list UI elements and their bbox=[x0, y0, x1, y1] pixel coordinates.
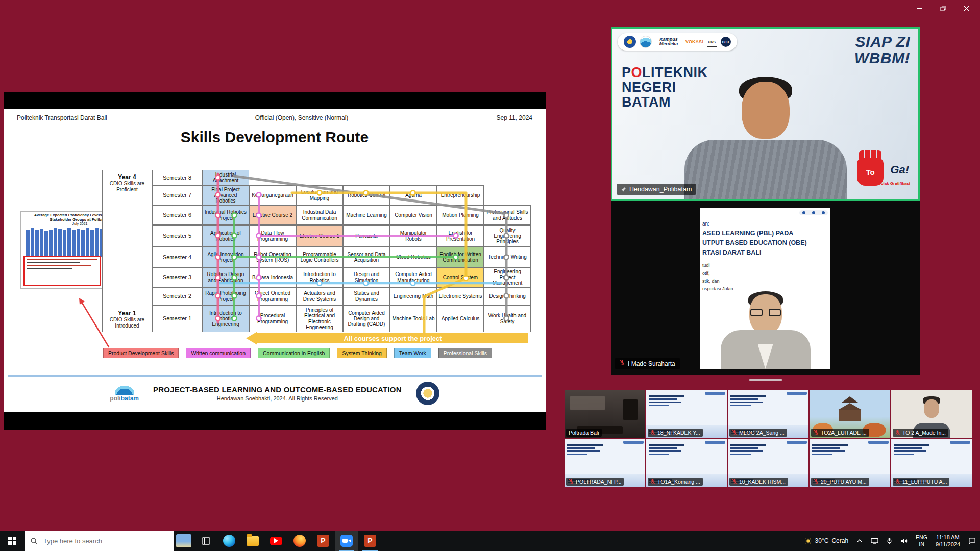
course-cell: Industrial Robotics Project bbox=[202, 205, 249, 225]
chart-bar bbox=[90, 230, 94, 257]
semester-label: Semester 8 bbox=[152, 170, 202, 185]
footer-copyright: Hendawan Soebhakti, 2024. All Rights Res… bbox=[153, 395, 402, 402]
course-cell: Computer Vision bbox=[390, 205, 437, 225]
participant-name-tag: TO 2 A_Made In... bbox=[893, 429, 948, 437]
taskbar-app-edge[interactable] bbox=[217, 531, 241, 551]
taskbar-app-file-explorer[interactable] bbox=[241, 531, 264, 551]
speaker-icon bbox=[900, 538, 908, 544]
semester-label: Semester 1 bbox=[152, 305, 202, 332]
taskbar-app-firefox[interactable] bbox=[288, 531, 311, 551]
course-cell: Computer Aided Manufacturing bbox=[390, 267, 437, 287]
chart-bar bbox=[77, 229, 80, 257]
course-cell: Engineering Project Management bbox=[484, 267, 531, 287]
ministry-emblem-logo bbox=[416, 382, 439, 405]
participant-thumbnail[interactable]: TO1A_Komang ... bbox=[646, 439, 727, 487]
taskbar-app-powerpoint[interactable]: P bbox=[311, 531, 335, 551]
course-cell: Entrepreneurship bbox=[437, 185, 484, 205]
microphone-tray-icon[interactable] bbox=[883, 531, 896, 551]
participant-thumbnail[interactable]: 10_KADEK RISM... bbox=[728, 439, 808, 487]
weather-temp: 30°C bbox=[815, 537, 829, 544]
restore-button[interactable] bbox=[931, 1, 954, 15]
chart-bar bbox=[58, 229, 62, 257]
course-cell: Control System bbox=[437, 267, 484, 287]
hidden-icons-button[interactable] bbox=[852, 531, 867, 551]
participant-name: Hendawan_Polibatam bbox=[629, 186, 692, 193]
volume-tray-icon[interactable] bbox=[896, 531, 912, 551]
taskbar-app-zoom[interactable] bbox=[335, 531, 358, 551]
course-cell: Kewarganegaraan bbox=[249, 185, 296, 205]
semester-label: Semester 4 bbox=[152, 247, 202, 267]
participant-thumbnail[interactable]: TO2A_LUH ADE ... bbox=[810, 390, 890, 438]
secondary-video-content: an: ASED LEARNING (PBL) PADA UTPUT BASED… bbox=[700, 208, 830, 369]
clock[interactable]: 11:18 AM 9/11/2024 bbox=[932, 531, 964, 551]
panel-resize-handle[interactable] bbox=[749, 379, 782, 381]
participant-thumbnail[interactable]: TO 2 A_Made In... bbox=[891, 390, 972, 438]
presentation-slide: Politeknik Transportasi Darat Bali Offic… bbox=[4, 109, 546, 412]
slide-title: Skills Development Route bbox=[4, 129, 546, 146]
taskbar-app-youtube[interactable] bbox=[264, 531, 288, 551]
semester-label: Semester 7 bbox=[152, 185, 202, 205]
search-input[interactable] bbox=[42, 537, 146, 545]
task-view-button[interactable] bbox=[194, 531, 217, 551]
name-tag-main: Hendawan_Polibatam bbox=[617, 184, 696, 195]
course-cell: Robotics Design and Fabrication bbox=[202, 267, 249, 287]
pin-icon bbox=[621, 187, 626, 192]
chart-bar bbox=[31, 228, 34, 257]
course-cell: Industrial Attachment bbox=[202, 170, 249, 185]
close-button[interactable] bbox=[954, 1, 978, 15]
search-highlight-thumbnail[interactable] bbox=[174, 531, 194, 551]
participant-thumbnail[interactable]: POLTRADA_NI P... bbox=[565, 439, 645, 487]
participant-thumbnail[interactable]: MLOG 2A_Sang ... bbox=[728, 390, 808, 438]
course-cell: Agama bbox=[390, 185, 437, 205]
participant-name-tag: Poltrada Bali bbox=[566, 429, 602, 437]
language-indicator[interactable]: ENG IN bbox=[912, 531, 932, 551]
chart-bar bbox=[49, 230, 53, 257]
polibatam-logo-text: poli bbox=[110, 395, 120, 402]
course-cell: Actuators and Drive Systems bbox=[296, 287, 343, 305]
course-cell: Pancasila bbox=[343, 225, 390, 247]
semester-label: Semester 5 bbox=[152, 225, 202, 247]
participant-thumbnail[interactable]: 18_NI KADEK Y... bbox=[646, 390, 727, 438]
firefox-icon bbox=[293, 535, 306, 547]
zoom-icon bbox=[340, 535, 353, 547]
kemdikbud-logo bbox=[624, 36, 636, 48]
course-cell: Motion Planning bbox=[437, 205, 484, 225]
polibatam-wave-icon bbox=[115, 385, 134, 395]
skills-legend: Product Development SkillsWritten commun… bbox=[103, 348, 492, 358]
action-center-button[interactable] bbox=[964, 531, 980, 551]
course-cell: Robotics Control bbox=[343, 185, 390, 205]
speaker-avatar bbox=[681, 77, 850, 199]
slogan-text: SIAP ZI WBBM! bbox=[854, 34, 910, 66]
task-view-icon bbox=[202, 537, 210, 545]
minimize-button[interactable] bbox=[908, 1, 931, 15]
chart-bar bbox=[86, 228, 89, 257]
display-tray-icon[interactable] bbox=[867, 531, 883, 551]
video-tile-main-speaker[interactable]: Kampus MerdekaVOKASIURSBLU SIAP ZI WBBM!… bbox=[611, 27, 920, 201]
name-tag-secondary: I Made Suraharta bbox=[615, 358, 680, 369]
course-cell: Final Project Advanced Robotics bbox=[202, 185, 249, 205]
curriculum-table: Year 4CDIO Skills are ProficientYear 1CD… bbox=[102, 170, 531, 332]
legend-item: Written communication bbox=[186, 348, 251, 358]
course-cell: Principles of Electrical and Electronic … bbox=[296, 305, 343, 332]
taskbar-apps: PP bbox=[217, 531, 382, 551]
taskbar-search[interactable] bbox=[24, 531, 174, 551]
windows-logo-icon bbox=[8, 537, 17, 545]
logo-strip: Kampus MerdekaVOKASIURSBLU bbox=[618, 33, 737, 51]
course-cell: Machine Learning bbox=[343, 205, 390, 225]
participant-thumbnail[interactable]: 20_PUTU AYU M... bbox=[810, 439, 890, 487]
course-cell: Machine Tools Lab bbox=[390, 305, 437, 332]
participant-thumbnail[interactable]: Poltrada Bali bbox=[565, 390, 645, 438]
participant-name-tag: 10_KADEK RISM... bbox=[729, 478, 788, 486]
start-button[interactable] bbox=[0, 531, 24, 551]
course-cell: English for Written Communication bbox=[437, 247, 484, 267]
powerpoint-icon: P bbox=[317, 535, 329, 547]
video-tile-secondary[interactable]: an: ASED LEARNING (PBL) PADA UTPUT BASED… bbox=[611, 201, 920, 375]
year-label-column: Year 4CDIO Skills are ProficientYear 1CD… bbox=[102, 170, 152, 332]
course-cell: Introduction to Robotics bbox=[296, 267, 343, 287]
participant-thumbnail[interactable]: 11_LUH PUTU A... bbox=[891, 439, 972, 487]
weather-widget[interactable]: 30°C Cerah bbox=[800, 531, 853, 551]
urs-cert-logo: URS bbox=[707, 37, 717, 47]
legend-item: Product Development Skills bbox=[103, 348, 179, 358]
legend-item: Professional Skills bbox=[438, 348, 492, 358]
taskbar-app-powerpoint-open[interactable]: P bbox=[358, 531, 382, 551]
